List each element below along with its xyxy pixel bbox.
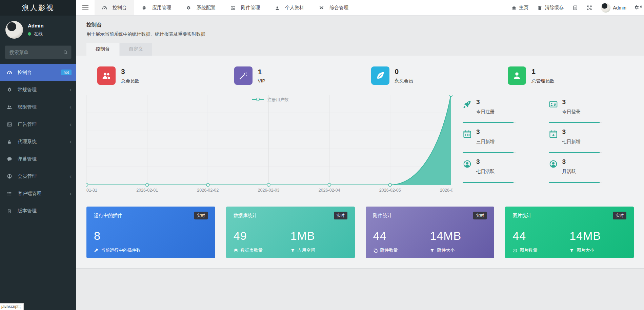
sidebar-item-danmaku[interactable]: 弹幕管理	[0, 150, 76, 168]
page-title: 控制台	[86, 22, 634, 28]
gear-icon	[639, 5, 643, 8]
realtime-badge: 实时	[473, 212, 487, 219]
file-icon	[7, 208, 15, 214]
home-link[interactable]: 主页	[511, 5, 528, 11]
quick-stat-7day-active: 3七日活跃	[462, 156, 548, 186]
stat-vip: 1VIP	[223, 66, 360, 85]
status-link-tooltip: javascript:;	[0, 303, 24, 310]
crossed-flags-icon	[319, 5, 327, 11]
stat-total-admins: 1总管理员数	[497, 66, 634, 85]
realtime-badge: 实时	[334, 212, 347, 219]
trash-icon	[537, 5, 542, 11]
rocket-icon	[463, 98, 476, 126]
user-icon	[275, 5, 282, 10]
stat-total-members: 3总会员数	[86, 66, 223, 85]
copy-icon	[373, 248, 378, 253]
card-image-stats: 图片统计 实时 44 图片数量 14MB 图片大小	[505, 207, 634, 258]
calendar-icon	[463, 128, 476, 156]
sidebar: 浪人影视 Admin 在线 控制台 hot 常规管理 ‹ 权限管理 ‹	[0, 0, 76, 310]
fullscreen-button[interactable]	[587, 5, 592, 11]
user-menu[interactable]: Admin	[601, 3, 626, 13]
online-dot-icon	[28, 32, 31, 36]
user-icon	[508, 66, 526, 85]
sidebar-item-ads[interactable]: 广告管理 ‹	[0, 116, 76, 133]
settings-button[interactable]	[634, 5, 644, 11]
search-input[interactable]	[5, 45, 72, 59]
sidebar-item-clients[interactable]: 客户端管理 ‹	[0, 185, 76, 202]
fullscreen-icon	[587, 5, 592, 11]
android-icon	[142, 5, 149, 11]
sidebar-item-dashboard[interactable]: 控制台 hot	[0, 64, 76, 81]
nav-tab-attachments[interactable]: 附件管理	[223, 0, 267, 15]
tab-custom[interactable]: 自定义	[120, 43, 152, 56]
image-icon	[512, 248, 517, 253]
app-logo: 浪人影视	[0, 0, 76, 16]
image-file-icon	[230, 5, 238, 11]
nav-tab-management[interactable]: 综合管理	[311, 0, 356, 15]
svg-text:2026-02-04: 2026-02-04	[319, 188, 340, 193]
gear-icon	[634, 5, 640, 11]
dashboard-icon	[7, 70, 15, 75]
funnel-icon	[290, 248, 295, 253]
users-icon	[97, 66, 116, 85]
users-icon	[7, 104, 15, 110]
svg-text:2026-02-02: 2026-02-02	[197, 188, 219, 193]
funnel-icon	[430, 248, 435, 253]
sidebar-item-general[interactable]: 常规管理 ‹	[0, 81, 76, 98]
sidebar-toggle-button[interactable]	[76, 0, 95, 15]
tab-dashboard[interactable]: 控制台	[86, 43, 119, 56]
top-navbar: 控制台 应用管理 系统配置 附件管理 个人资料 综合管理	[76, 0, 644, 16]
nav-tab-dashboard[interactable]: 控制台	[95, 0, 134, 15]
quick-stat-month-active: 3月活跃	[548, 156, 634, 186]
clear-cache-link[interactable]: 清除缓存	[537, 5, 564, 11]
svg-text:注册用户数: 注册用户数	[267, 97, 289, 102]
user-name: Admin	[28, 23, 44, 28]
page-footer	[76, 268, 644, 306]
quick-stats: 3今日注册 3今日登录 3三日新增 3七日新增 3七日活跃	[462, 96, 634, 195]
chevron-left-icon: ‹	[69, 87, 72, 93]
quick-stat-3day-new: 3三日新增	[462, 126, 548, 156]
calendar-plus-icon	[549, 128, 562, 156]
cogs-icon	[7, 87, 15, 93]
summary-cards: 运行中的插件 实时 8 当前运行中的插件数 数据库统计 实时 49 数据表数量	[86, 207, 634, 258]
dashboard-icon	[102, 5, 110, 11]
chevron-left-icon: ‹	[69, 139, 72, 144]
hot-badge: hot	[61, 70, 72, 75]
wrench-icon	[94, 248, 99, 253]
id-card-icon	[549, 98, 562, 126]
user-circle-icon	[7, 173, 15, 179]
svg-text:2026-02-06: 2026-02-06	[440, 188, 452, 193]
leaf-icon	[371, 66, 389, 85]
card-attachment-stats: 附件统计 实时 44 附件数量 14MB 附件大小	[366, 207, 495, 258]
sidebar-item-permissions[interactable]: 权限管理 ‹	[0, 98, 76, 116]
svg-text:01-31: 01-31	[86, 188, 97, 193]
svg-text:2026-02-05: 2026-02-05	[379, 188, 401, 193]
content-tabs: 控制台 自定义	[76, 43, 644, 56]
sidebar-item-members[interactable]: 会员管理 ‹	[0, 168, 76, 185]
user-circle-icon	[549, 158, 562, 186]
realtime-badge: 实时	[613, 212, 626, 219]
sidebar-item-versions[interactable]: 版本管理	[0, 202, 76, 219]
sidebar-menu: 控制台 hot 常规管理 ‹ 权限管理 ‹ 广告管理 ‹ 代理系统 ‹ 弹幕管理	[0, 64, 76, 219]
avatar	[5, 21, 23, 39]
user-status: 在线	[34, 31, 43, 37]
stat-permanent-members: 0永久会员	[360, 66, 497, 85]
user-panel: Admin 在线	[0, 16, 76, 43]
sidebar-item-agent[interactable]: 代理系统 ‹	[0, 133, 76, 150]
nav-tab-system-config[interactable]: 系统配置	[179, 0, 223, 15]
chevron-left-icon: ‹	[69, 191, 72, 196]
magic-wand-icon	[234, 66, 253, 85]
image-icon	[7, 121, 15, 127]
search-icon[interactable]	[63, 49, 68, 55]
nav-tab-apps[interactable]: 应用管理	[134, 0, 179, 15]
svg-text:2026-02-01: 2026-02-01	[136, 188, 158, 193]
registered-users-chart: 01-312026-02-012026-02-022026-02-032026-…	[86, 95, 452, 195]
quick-stat-today-registered: 3今日注册	[462, 96, 548, 126]
chevron-left-icon: ‹	[69, 173, 72, 179]
quick-stat-today-login: 3今日登录	[548, 96, 634, 126]
comment-icon	[7, 156, 15, 162]
document-button[interactable]	[572, 5, 578, 11]
nav-tab-profile[interactable]: 个人资料	[267, 0, 311, 15]
document-icon	[572, 5, 578, 11]
realtime-badge: 实时	[194, 212, 208, 219]
